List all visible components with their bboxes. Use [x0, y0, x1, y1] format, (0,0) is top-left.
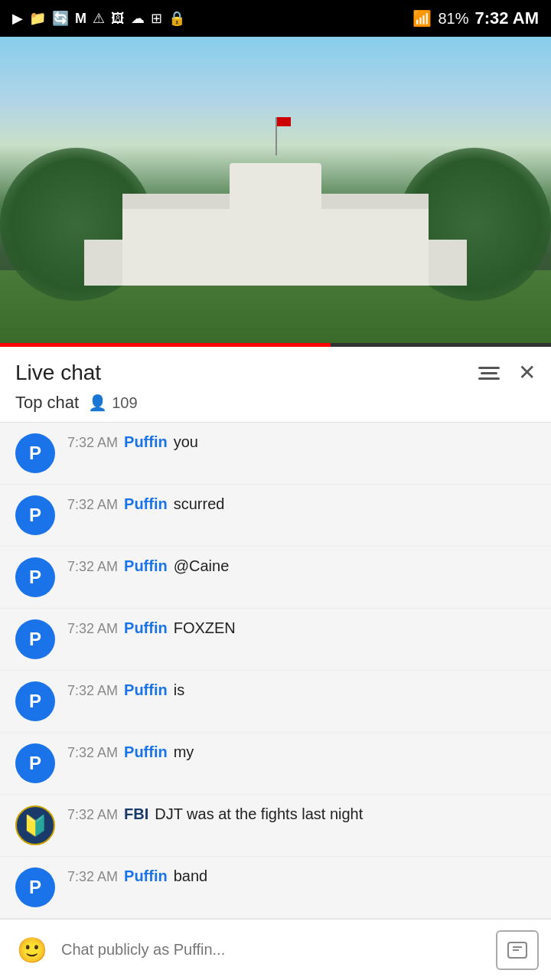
chat-message: P7:32 AMPuffinis [0, 671, 551, 733]
avatar: P [15, 619, 55, 659]
message-content: 7:32 AMPuffinis [67, 681, 184, 699]
chat-subheader: Top chat 👤 109 [15, 393, 536, 422]
avatar: P [15, 557, 55, 597]
person-icon: 👤 [88, 394, 107, 412]
message-username: Puffin [124, 495, 168, 513]
folder-icon: 📁 [29, 10, 46, 27]
message-text: scurred [174, 495, 225, 513]
alert-icon: ⚠ [93, 10, 105, 27]
message-content: 7:32 AMFBIDJT was at the fights last nig… [67, 805, 363, 823]
status-bar: ▶ 📁 🔄 M ⚠ 🖼 ☁ ⊞ 🔒 📶 81% 7:32 AM [0, 0, 551, 37]
send-icon [507, 941, 528, 959]
time-display: 7:32 AM [474, 8, 539, 28]
status-bar-left: ▶ 📁 🔄 M ⚠ 🖼 ☁ ⊞ 🔒 [12, 10, 185, 27]
battery-text: 81% [438, 10, 468, 28]
chat-message: P7:32 AMPuffinmy [0, 733, 551, 795]
message-content: 7:32 AMPuffinmy [67, 743, 194, 761]
avatar: P [15, 743, 55, 783]
live-chat-title: Live chat [15, 361, 101, 385]
message-time: 7:32 AM [67, 497, 118, 513]
message-username: Puffin [124, 681, 168, 699]
message-username: Puffin [124, 867, 168, 885]
cloud-icon: ☁ [131, 10, 145, 27]
avatar: P [15, 495, 55, 535]
message-content: 7:32 AMPuffinscurred [67, 495, 224, 513]
message-username: Puffin [124, 743, 168, 761]
status-bar-right: 📶 81% 7:32 AM [412, 8, 539, 28]
message-text: band [174, 867, 208, 885]
message-text: is [174, 681, 184, 699]
chat-message: P7:32 AMPuffinyou [0, 423, 551, 485]
send-button[interactable] [496, 930, 539, 970]
message-username: Puffin [124, 557, 168, 575]
avatar: P [15, 681, 55, 721]
emoji-button[interactable]: 🙂 [12, 930, 52, 970]
m-icon: M [75, 11, 86, 27]
message-username: Puffin [124, 619, 168, 637]
chat-messages: P7:32 AMPuffinyouP7:32 AMPuffinscurredP7… [0, 423, 551, 980]
message-content: 7:32 AMPuffinFOXZEN [67, 619, 236, 637]
message-text: @Caine [174, 557, 230, 575]
youtube-icon: ▶ [12, 10, 23, 27]
message-text: you [174, 433, 198, 451]
message-content: 7:32 AMPuffinband [67, 867, 207, 885]
chat-input-area: 🙂 [0, 919, 551, 980]
chat-message: P7:32 AMPuffinscurred [0, 485, 551, 547]
avatar: P [15, 433, 55, 473]
chat-header-top: Live chat ✕ [15, 361, 536, 385]
chat-message: P7:32 AMPuffin@Caine [0, 547, 551, 609]
video-background [0, 37, 551, 347]
chat-input[interactable] [61, 930, 487, 970]
message-text: FOXZEN [174, 619, 236, 637]
grid-icon: ⊞ [151, 10, 162, 27]
filters-button[interactable] [478, 367, 500, 380]
sync-icon: 🔄 [52, 10, 69, 27]
chat-message: P7:32 AMPuffinFOXZEN [0, 609, 551, 671]
video-area[interactable] [0, 37, 551, 347]
top-chat-label: Top chat [15, 393, 79, 413]
message-username: FBI [124, 805, 148, 823]
message-username: Puffin [124, 433, 168, 451]
message-content: 7:32 AMPuffin@Caine [67, 557, 229, 575]
video-progress-bar[interactable] [0, 343, 551, 347]
message-text: my [174, 743, 194, 761]
chat-message: 🔰7:32 AMFBIDJT was at the fights last ni… [0, 795, 551, 857]
message-text: DJT was at the fights last night [155, 805, 363, 823]
viewer-count: 👤 109 [88, 394, 137, 412]
message-time: 7:32 AM [67, 683, 118, 699]
message-time: 7:32 AM [67, 807, 118, 823]
message-time: 7:32 AM [67, 559, 118, 575]
message-time: 7:32 AM [67, 435, 118, 451]
viewer-count-number: 109 [112, 394, 137, 412]
avatar: 🔰 [15, 805, 55, 845]
photo-icon: 🖼 [111, 11, 125, 27]
chat-header-icons: ✕ [478, 362, 536, 384]
avatar: P [15, 867, 55, 907]
white-house [84, 148, 467, 286]
close-button[interactable]: ✕ [518, 362, 536, 384]
message-content: 7:32 AMPuffinyou [67, 433, 198, 451]
wifi-icon: 📶 [412, 9, 432, 28]
message-time: 7:32 AM [67, 745, 118, 761]
message-time: 7:32 AM [67, 869, 118, 885]
chat-message: P7:32 AMPuffinband [0, 857, 551, 919]
chat-header: Live chat ✕ Top chat 👤 109 [0, 347, 551, 423]
lock-icon: 🔒 [168, 10, 185, 27]
progress-fill [0, 343, 331, 347]
message-time: 7:32 AM [67, 621, 118, 637]
